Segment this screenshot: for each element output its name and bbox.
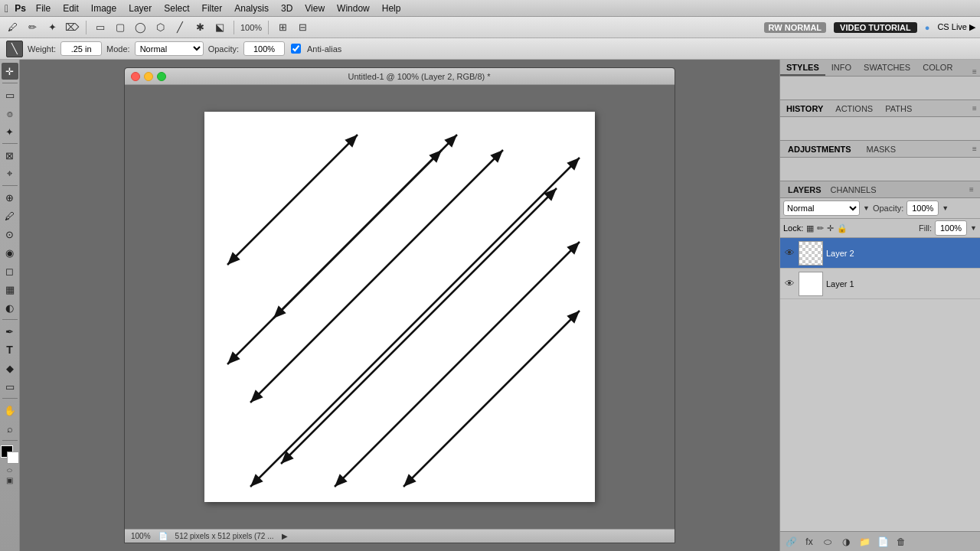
zoom-tool[interactable]: ⌕ [2,420,18,437]
menu-layer[interactable]: Layer [123,2,157,15]
opacity-input[interactable] [243,41,285,56]
lasso-tool[interactable]: ⌾ [2,105,18,122]
layer-group-icon[interactable]: 📁 [857,534,872,549]
shape-custom-icon[interactable]: ✱ [192,20,207,35]
clone-tool[interactable]: ⊙ [2,226,18,243]
menu-3d[interactable]: 3D [276,2,298,15]
brush-tool[interactable]: 🖊 [2,207,18,224]
minimize-button[interactable] [144,72,153,81]
menu-view[interactable]: View [299,2,330,15]
grid2-icon[interactable]: ⊟ [295,20,310,35]
delete-layer-icon[interactable]: 🗑 [893,534,909,549]
status-arrow[interactable]: ▶ [282,532,288,540]
lock-move-icon[interactable]: ✛ [827,223,834,233]
tab-layers[interactable]: LAYERS [783,185,826,194]
tab-info[interactable]: INFO [825,60,858,76]
layers-panel-expand[interactable]: ≡ [969,185,977,194]
active-tool-icon[interactable]: ╲ [6,41,23,57]
screen-mode-icon[interactable]: ▣ [6,476,13,484]
shape-poly-icon[interactable]: ⬡ [152,20,168,35]
menu-file[interactable]: File [31,2,56,15]
shape-line-icon[interactable]: ╱ [172,20,188,35]
pencil-tool-icon[interactable]: ✏ [24,20,40,35]
color-replace-icon[interactable]: ✦ [44,20,60,35]
eraser-tool[interactable]: ◻ [2,262,18,279]
lock-transparent-icon[interactable]: ▦ [806,223,814,233]
shape-arrange-icon[interactable]: ⬕ [212,20,227,35]
layer-row-2[interactable]: 👁 Layer 2 [780,238,980,269]
shape-ellipse-icon[interactable]: ◯ [132,20,148,35]
shape-round-icon[interactable]: ▢ [113,20,128,35]
layer-row-1[interactable]: 👁 Layer 1 [780,269,980,299]
lock-all-icon[interactable]: 🔒 [837,223,848,233]
eyedropper-tool[interactable]: ⌖ [2,165,18,182]
layer1-visibility[interactable]: 👁 [783,278,795,289]
pen-tool[interactable]: ✒ [2,323,18,340]
tab-color[interactable]: COLOR [916,60,959,76]
tab-paths[interactable]: PATHS [879,103,918,115]
tab-actions[interactable]: ACTIONS [829,103,879,115]
new-layer-icon[interactable]: 📄 [875,534,890,549]
tab-masks[interactable]: MASKS [859,143,904,155]
layers-section: LAYERS CHANNELS ≡ Normal ▼ Opacity: ▼ Lo… [780,181,980,551]
shape-tool[interactable]: ▭ [2,378,18,395]
adjustment-layer-icon[interactable]: ◑ [838,534,854,549]
cs-live-label[interactable]: CS Live ▶ [937,22,975,32]
opacity-value-input[interactable] [906,201,939,216]
quick-select-tool[interactable]: ✦ [2,123,18,140]
drawing-canvas[interactable] [204,112,595,502]
tab-styles[interactable]: STYLES [780,60,825,76]
marquee-tool[interactable]: ▭ [2,86,18,103]
path-select-tool[interactable]: ◆ [2,360,18,377]
spot-heal-tool[interactable]: ⊕ [2,189,18,206]
menu-select[interactable]: Select [158,2,194,15]
lock-paint-icon[interactable]: ✏ [817,223,824,233]
menu-analysis[interactable]: Analysis [229,2,274,15]
hand-tool[interactable]: ✋ [2,402,18,419]
tab-channels[interactable]: CHANNELS [826,185,881,194]
tab-swatches[interactable]: SWATCHES [858,60,916,76]
weight-input[interactable] [60,41,102,56]
menu-image[interactable]: Image [86,2,122,15]
menu-filter[interactable]: Filter [197,2,228,15]
layer-mask-icon[interactable]: ⬭ [820,534,835,549]
history-brush-tool[interactable]: ◉ [2,244,18,261]
anti-alias-label: Anti-alias [307,44,341,54]
close-button[interactable] [131,72,140,81]
workspace-label[interactable]: RW NORMAL [764,22,826,33]
gradient-tool[interactable]: ▦ [2,281,18,298]
maximize-button[interactable] [157,72,166,81]
move-tool[interactable]: ✛ [2,63,18,80]
text-tool[interactable]: T [2,341,18,358]
canvas-surface[interactable] [125,85,675,529]
tab-adjustments[interactable]: ADJUSTMENTS [780,143,859,155]
link-layers-icon[interactable]: 🔗 [783,534,799,549]
layers-bottom: 🔗 fx ⬭ ◑ 📁 📄 🗑 [780,531,980,551]
video-tutorial-button[interactable]: VIDEO TUTORIAL [834,22,917,33]
mixer-brush-icon[interactable]: ⌦ [64,20,80,35]
menu-edit[interactable]: Edit [57,2,84,15]
left-toolbar: ✛ ▭ ⌾ ✦ ⊠ ⌖ ⊕ 🖊 ⊙ ◉ ◻ ▦ ◐ ✒ T ◆ ▭ ✋ ⌕ ⬭ … [0,60,20,551]
mode-select[interactable]: Normal [135,41,204,56]
layer2-visibility[interactable]: 👁 [783,247,795,259]
top-panel-expand[interactable]: ≡ [972,67,980,76]
quick-mask-icon[interactable]: ⬭ [7,467,12,474]
apple-logo:  [5,2,8,15]
tab-history[interactable]: HISTORY [780,103,829,115]
grid-icon[interactable]: ⊞ [275,20,290,35]
adj-panel-expand[interactable]: ≡ [972,145,980,153]
opacity-arrow: ▼ [942,204,949,212]
shape-rect-icon[interactable]: ▭ [93,20,108,35]
fill-value-input[interactable] [935,220,967,236]
fill-label: Fill: [919,223,932,233]
dodge-tool[interactable]: ◐ [2,299,18,316]
brush-tool-icon[interactable]: 🖊 [5,20,20,35]
layer-style-icon[interactable]: fx [802,534,817,549]
menu-window[interactable]: Window [332,2,375,15]
hist-panel-expand[interactable]: ≡ [972,104,980,112]
crop-tool[interactable]: ⊠ [2,147,18,164]
background-color[interactable] [7,452,19,464]
menu-help[interactable]: Help [377,2,407,15]
anti-alias-checkbox[interactable] [291,44,301,54]
blend-mode-select[interactable]: Normal [783,201,860,216]
